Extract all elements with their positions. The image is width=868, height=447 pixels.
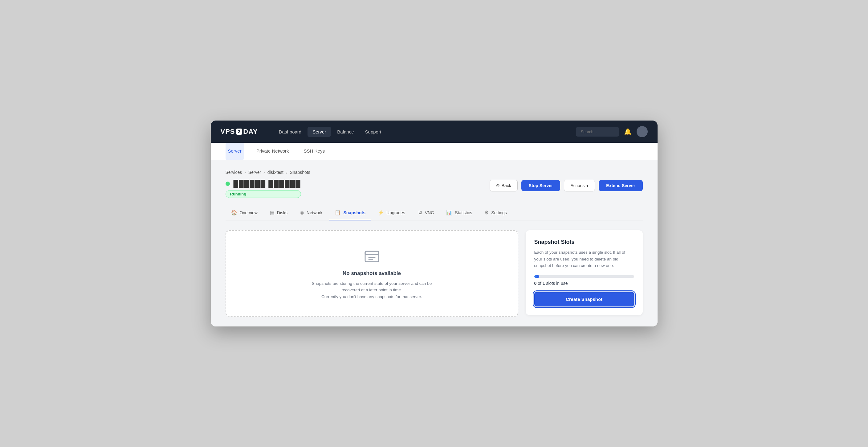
- header-buttons: ⊕ Back Stop Server Actions ▾ Extend Serv…: [490, 180, 643, 191]
- snapshots-empty: No snapshots available Snapshots are sto…: [304, 247, 440, 300]
- back-label: Back: [502, 183, 511, 188]
- nav-balance[interactable]: Balance: [332, 127, 359, 137]
- breadcrumb-services[interactable]: Services: [225, 170, 242, 175]
- settings-icon: ⚙: [485, 210, 489, 215]
- breadcrumb: Services › Server › disk-test › Snapshot…: [225, 170, 643, 175]
- sidebar-panel: Snapshot Slots Each of your snapshots us…: [526, 230, 643, 315]
- sub-nav-ssh-keys[interactable]: SSH Keys: [301, 143, 327, 160]
- main-window: VPS 2 DAY Dashboard Server Balance Suppo…: [211, 121, 657, 326]
- back-button[interactable]: ⊕ Back: [490, 180, 518, 191]
- stop-server-button[interactable]: Stop Server: [521, 180, 560, 191]
- upgrades-icon: ⚡: [378, 210, 384, 215]
- tab-statistics-label: Statistics: [455, 210, 472, 215]
- logo-text-before: VPS: [221, 128, 235, 136]
- tab-overview[interactable]: 🏠 Overview: [225, 205, 263, 220]
- nav-links: Dashboard Server Balance Support: [274, 127, 386, 137]
- tab-disks[interactable]: ▤ Disks: [265, 205, 293, 220]
- tab-vnc-label: VNC: [425, 210, 434, 215]
- slots-label: slots in use: [546, 281, 567, 286]
- tab-settings-label: Settings: [491, 210, 507, 215]
- tab-snapshots[interactable]: 📋 Snapshots: [329, 205, 371, 220]
- nav-server[interactable]: Server: [308, 127, 331, 137]
- actions-button[interactable]: Actions ▾: [564, 180, 595, 191]
- tab-upgrades-label: Upgrades: [386, 210, 405, 215]
- server-status-dot: [225, 182, 230, 186]
- sub-nav-private-network[interactable]: Private Network: [254, 143, 291, 160]
- breadcrumb-sep-3: ›: [286, 170, 287, 175]
- tab-overview-label: Overview: [240, 210, 257, 215]
- slots-used: 0: [534, 281, 537, 286]
- back-icon: ⊕: [496, 183, 500, 188]
- tab-network[interactable]: ◎ Network: [294, 205, 328, 220]
- extend-server-button[interactable]: Extend Server: [599, 180, 643, 191]
- nav-dashboard[interactable]: Dashboard: [274, 127, 306, 137]
- server-name: ██████ ██████: [234, 180, 301, 188]
- bell-icon[interactable]: 🔔: [624, 128, 632, 135]
- sub-nav: Server Private Network SSH Keys: [211, 143, 657, 160]
- actions-label: Actions: [570, 183, 585, 188]
- progress-bar-bg: [534, 275, 634, 278]
- logo: VPS 2 DAY: [221, 128, 258, 136]
- server-header: ██████ ██████ Running ⊕ Back Stop Server…: [225, 180, 643, 198]
- server-name-row: ██████ ██████: [225, 180, 301, 188]
- breadcrumb-sep-2: ›: [264, 170, 265, 175]
- snapshots-icon: 📋: [335, 210, 341, 215]
- slots-separator: of: [538, 281, 542, 286]
- svg-rect-1: [365, 251, 379, 255]
- tab-settings[interactable]: ⚙ Settings: [479, 205, 513, 220]
- sidebar-description: Each of your snapshots uses a single slo…: [534, 249, 634, 269]
- status-badge: Running: [225, 190, 301, 198]
- empty-description: Snapshots are storing the current state …: [304, 280, 440, 300]
- breadcrumb-server[interactable]: Server: [248, 170, 261, 175]
- snapshots-panel: No snapshots available Snapshots are sto…: [225, 230, 518, 317]
- sub-nav-server[interactable]: Server: [225, 143, 244, 160]
- disks-icon: ▤: [270, 210, 275, 215]
- tab-statistics[interactable]: 📊 Statistics: [441, 205, 477, 220]
- slots-text: 0 of 1 slots in use: [534, 281, 634, 286]
- home-icon: 🏠: [231, 210, 237, 215]
- tab-snapshots-label: Snapshots: [343, 210, 366, 215]
- network-icon: ◎: [300, 210, 304, 215]
- tab-vnc[interactable]: 🖥 VNC: [412, 206, 440, 220]
- avatar[interactable]: [637, 126, 648, 137]
- tab-network-label: Network: [307, 210, 322, 215]
- create-snapshot-button[interactable]: Create Snapshot: [534, 292, 634, 306]
- slots-total: 1: [542, 281, 545, 286]
- breadcrumb-disk-test[interactable]: disk-test: [268, 170, 283, 175]
- empty-title: No snapshots available: [343, 270, 401, 276]
- svg-rect-0: [365, 251, 379, 262]
- tab-disks-label: Disks: [277, 210, 287, 215]
- chevron-down-icon: ▾: [586, 183, 589, 188]
- server-info: ██████ ██████ Running: [225, 180, 301, 198]
- logo-icon: 2: [236, 128, 242, 135]
- tabs: 🏠 Overview ▤ Disks ◎ Network 📋 Snapshots…: [225, 205, 643, 220]
- vnc-icon: 🖥: [417, 210, 423, 215]
- nav-support[interactable]: Support: [360, 127, 386, 137]
- breadcrumb-sep-1: ›: [244, 170, 246, 175]
- main-content: Services › Server › disk-test › Snapshot…: [211, 160, 657, 326]
- breadcrumb-snapshots[interactable]: Snapshots: [290, 170, 310, 175]
- nav-right: 🔔: [576, 126, 648, 137]
- search-input[interactable]: [576, 127, 619, 137]
- snapshot-empty-icon: [363, 247, 380, 267]
- statistics-icon: 📊: [446, 210, 452, 215]
- progress-bar-fill: [534, 275, 539, 278]
- content-area: No snapshots available Snapshots are sto…: [225, 230, 643, 317]
- logo-text-after: DAY: [243, 128, 257, 136]
- tab-upgrades[interactable]: ⚡ Upgrades: [372, 205, 411, 220]
- sidebar-title: Snapshot Slots: [534, 239, 634, 245]
- top-nav: VPS 2 DAY Dashboard Server Balance Suppo…: [211, 121, 657, 143]
